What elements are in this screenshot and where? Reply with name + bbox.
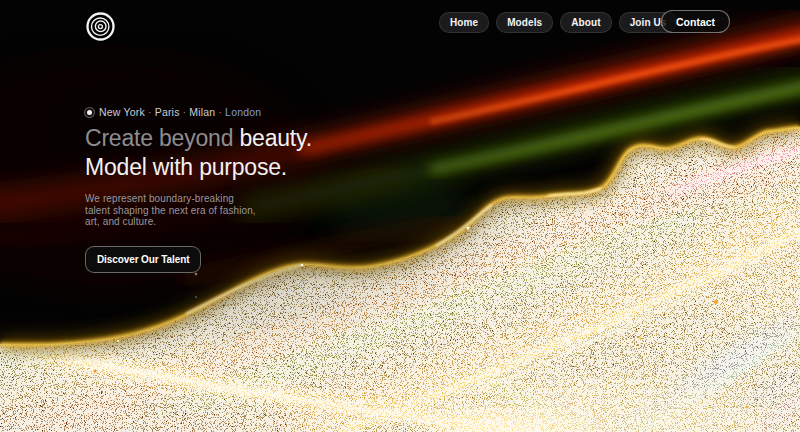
city-milan: Milan — [189, 106, 215, 118]
headline-line2: Model with purpose. — [85, 153, 385, 182]
city-new-york: New York — [99, 106, 145, 118]
nav-item-about[interactable]: About — [560, 12, 611, 33]
city-separator: · — [218, 106, 222, 118]
description-line: We represent boundary-breaking — [85, 193, 385, 205]
city-paris: Paris — [155, 106, 180, 118]
description-line: talent shaping the next era of fashion, — [85, 205, 385, 217]
hero-section: Home Models About Join Us Contact New Yo… — [0, 0, 800, 432]
cta-discover-talent-button[interactable]: Discover Our Talent — [85, 246, 201, 273]
nav-item-home[interactable]: Home — [439, 12, 489, 33]
spiral-logo-icon — [85, 11, 116, 42]
headline-line1: Create beyond beauty. — [85, 124, 385, 153]
location-badge: New York·Paris·Milan·London — [85, 106, 385, 118]
hero-content: New York·Paris·Milan·London Create beyon… — [85, 106, 385, 273]
location-indicator-dot-icon — [87, 110, 92, 115]
brand-logo[interactable] — [85, 11, 116, 42]
city-separator: · — [183, 106, 187, 118]
headline-line1-muted: Create beyond — [85, 125, 239, 151]
hero-description: We represent boundary-breaking talent sh… — [85, 193, 385, 228]
city-separator: · — [148, 106, 152, 118]
nav-item-models[interactable]: Models — [496, 12, 553, 33]
description-line: art, and culture. — [85, 216, 385, 228]
headline-line1-bright: beauty. — [239, 125, 311, 151]
main-nav: Home Models About Join Us — [439, 12, 677, 33]
city-london: London — [225, 106, 261, 118]
hero-headline: Create beyond beauty. Model with purpose… — [85, 124, 385, 182]
location-cities: New York·Paris·Milan·London — [99, 106, 261, 118]
contact-button[interactable]: Contact — [661, 10, 730, 33]
